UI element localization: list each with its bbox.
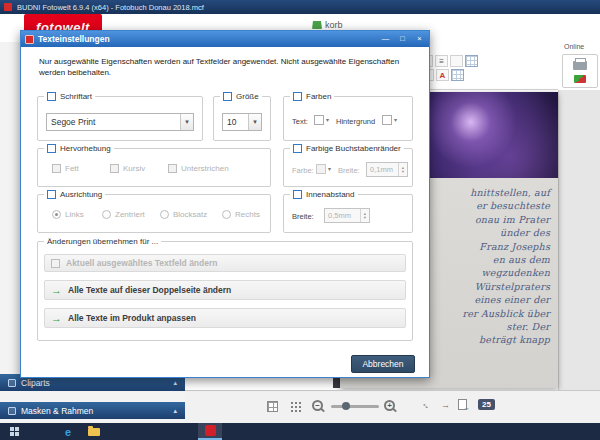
unterstrichen-label: Unterstrichen bbox=[181, 164, 229, 173]
chevron-up-icon bbox=[173, 407, 177, 415]
minimize-button[interactable]: — bbox=[379, 31, 392, 47]
highlight-color-icon[interactable] bbox=[436, 69, 449, 81]
spinner-arrows-icon bbox=[360, 209, 369, 222]
dropdown-arrow-icon[interactable] bbox=[394, 116, 397, 123]
border-width-label: Breite: bbox=[338, 166, 360, 175]
zoom-statusbar: 25 bbox=[185, 390, 600, 423]
zentriert-label: Zentriert bbox=[115, 210, 145, 219]
dropdown-arrow-icon[interactable] bbox=[326, 116, 329, 123]
text-color-label: Text: bbox=[292, 117, 308, 126]
fotoservice-logo-icon[interactable] bbox=[574, 75, 586, 83]
group-aenderungen: Änderungen übernehmen für ... Aktuell au… bbox=[37, 241, 413, 341]
border-width-spinner: 0,1mm bbox=[366, 162, 408, 177]
unterstrichen-checkbox bbox=[168, 164, 177, 173]
links-radio bbox=[52, 210, 61, 219]
dropdown-arrow-icon bbox=[328, 165, 331, 172]
innenabstand-checkbox[interactable] bbox=[293, 190, 302, 199]
window-title: BUDNI Fotowelt 6.9.4 (x64) - Fotobuch Do… bbox=[17, 3, 204, 12]
ausrichtung-checkbox[interactable] bbox=[47, 190, 56, 199]
page-nav-icon[interactable] bbox=[458, 399, 467, 410]
taskbar-explorer-button[interactable] bbox=[82, 423, 106, 440]
table-icon[interactable] bbox=[465, 55, 478, 67]
group-innenabstand: Innenabstand Breite: 0,5mm bbox=[283, 194, 413, 233]
ausrichtung-label: Ausrichtung bbox=[60, 190, 102, 199]
apply-spread-button[interactable]: Alle Texte auf dieser Doppelseite ändern bbox=[44, 280, 406, 300]
start-button[interactable] bbox=[2, 423, 26, 440]
apply-product-button[interactable]: Alle Texte im Produkt anpassen bbox=[44, 308, 406, 328]
group-schriftart: Schriftart Segoe Print bbox=[37, 96, 203, 141]
zoom-slider[interactable] bbox=[331, 405, 379, 408]
kursiv-checkbox bbox=[110, 164, 119, 173]
farben-checkbox[interactable] bbox=[293, 92, 302, 101]
fit-page-icon[interactable] bbox=[420, 398, 433, 411]
size-select[interactable]: 10 bbox=[222, 113, 262, 131]
cliparts-label: Cliparts bbox=[21, 378, 168, 388]
folder-icon bbox=[88, 428, 100, 436]
printer-icon[interactable] bbox=[573, 61, 587, 70]
zoom-out-icon[interactable] bbox=[312, 400, 323, 411]
online-status: Online bbox=[564, 43, 584, 50]
edge-icon: e bbox=[65, 426, 71, 438]
paragraph-icon[interactable] bbox=[435, 55, 448, 67]
apply-product-label: Alle Texte im Produkt anpassen bbox=[68, 313, 196, 323]
cancel-button[interactable]: Abbrechen bbox=[351, 355, 415, 373]
group-hervorhebung: Hervorhebung Fett Kursiv Unterstrichen bbox=[37, 148, 271, 187]
schriftart-label: Schriftart bbox=[60, 92, 92, 101]
background-color-label: Hintergrund bbox=[336, 117, 375, 126]
group-buchstabenraender: Farbige Buchstabenränder Farbe: Breite: … bbox=[283, 148, 413, 187]
links-label: Links bbox=[65, 210, 84, 219]
rechts-radio bbox=[222, 210, 231, 219]
groesse-label: Größe bbox=[236, 92, 259, 101]
background-color-swatch[interactable] bbox=[382, 115, 392, 125]
close-button[interactable]: × bbox=[413, 31, 426, 47]
disabled-check-icon bbox=[51, 259, 60, 268]
spinner-arrows-icon bbox=[398, 163, 407, 176]
cliparts-icon bbox=[8, 379, 16, 387]
masks-label: Masken & Rahmen bbox=[21, 406, 168, 416]
maximize-button[interactable]: □ bbox=[396, 31, 409, 47]
padding-width-spinner: 0,5mm bbox=[324, 208, 370, 223]
dropdown-arrow-icon bbox=[248, 114, 261, 130]
font-select-value: Segoe Print bbox=[47, 117, 180, 127]
aenderungen-label: Änderungen übernehmen für ... bbox=[47, 237, 158, 246]
border-grid-icon[interactable] bbox=[451, 69, 464, 81]
zoom-level-badge[interactable]: 25 bbox=[478, 399, 495, 410]
padding-width-value: 0,5mm bbox=[325, 211, 360, 220]
buchstabenraender-checkbox[interactable] bbox=[293, 144, 302, 153]
taskbar-edge-button[interactable]: e bbox=[56, 423, 80, 440]
dialog-titlebar: Texteinstellungen — □ × bbox=[21, 31, 429, 47]
fett-label: Fett bbox=[65, 164, 79, 173]
zoom-slider-knob[interactable] bbox=[342, 402, 350, 410]
group-ausrichtung: Ausrichtung Links Zentriert Blocksatz Re… bbox=[37, 194, 271, 233]
schriftart-checkbox[interactable] bbox=[47, 92, 56, 101]
hervorhebung-label: Hervorhebung bbox=[60, 144, 111, 153]
font-select[interactable]: Segoe Print bbox=[46, 113, 194, 131]
sidebar-item-masken-rahmen[interactable]: Masken & Rahmen bbox=[0, 402, 185, 419]
hervorhebung-checkbox[interactable] bbox=[47, 144, 56, 153]
groesse-checkbox[interactable] bbox=[223, 92, 232, 101]
chevron-up-icon bbox=[173, 379, 177, 387]
spacing-icon[interactable] bbox=[450, 55, 463, 67]
border-color-label: Farbe: bbox=[292, 166, 314, 175]
innenabstand-label: Innenabstand bbox=[306, 190, 355, 199]
texteinstellungen-dialog: Texteinstellungen — □ × Nur ausgewählte … bbox=[20, 30, 430, 378]
text-color-swatch[interactable] bbox=[314, 115, 324, 125]
right-gutter-strip bbox=[558, 90, 600, 390]
basket-icon bbox=[312, 21, 322, 29]
border-width-value: 0,1mm bbox=[367, 165, 398, 174]
cart-label: korb bbox=[325, 20, 343, 30]
fett-checkbox bbox=[52, 164, 61, 173]
group-farben: Farben Text: Hintergrund bbox=[283, 96, 413, 141]
apply-spread-label: Alle Texte auf dieser Doppelseite ändern bbox=[68, 285, 231, 295]
window-titlebar: BUDNI Fotowelt 6.9.4 (x64) - Fotobuch Do… bbox=[0, 0, 600, 14]
zoom-in-icon[interactable] bbox=[384, 400, 395, 411]
taskbar-fotowelt-button[interactable] bbox=[198, 423, 222, 440]
zentriert-radio bbox=[102, 210, 111, 219]
buchstabenraender-label: Farbige Buchstabenränder bbox=[306, 144, 401, 153]
dialog-icon bbox=[25, 35, 34, 44]
blocksatz-radio bbox=[160, 210, 169, 219]
spread-view-icon[interactable] bbox=[267, 401, 278, 412]
group-groesse: Größe 10 bbox=[213, 96, 271, 141]
next-arrow-icon[interactable] bbox=[441, 400, 450, 410]
grid-view-icon[interactable] bbox=[290, 401, 301, 412]
